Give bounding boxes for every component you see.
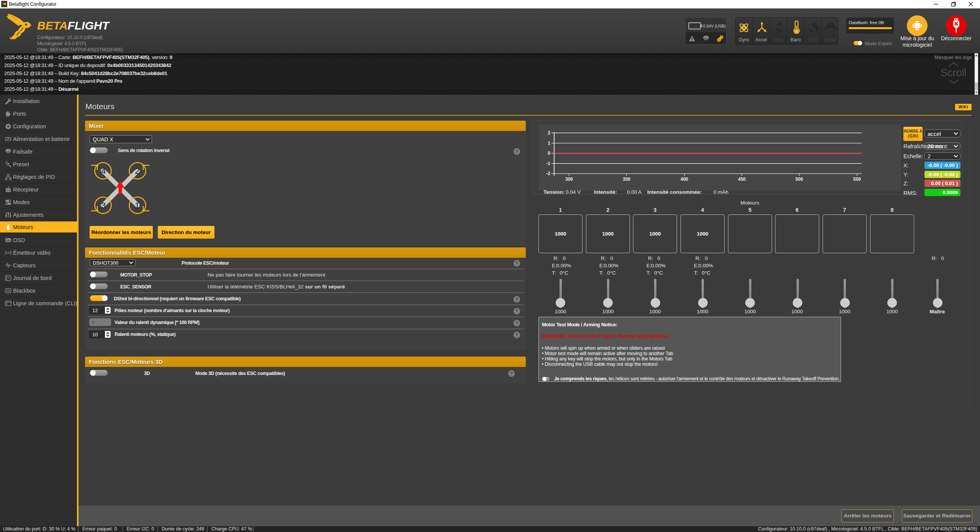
svg-text:3: 3 bbox=[101, 201, 106, 210]
svg-text:4: 4 bbox=[101, 166, 106, 176]
svg-text:300: 300 bbox=[565, 177, 573, 182]
svg-text:2: 2 bbox=[548, 130, 550, 136]
svg-text:1: 1 bbox=[135, 201, 139, 210]
svg-text:2: 2 bbox=[135, 166, 139, 176]
svg-text:350: 350 bbox=[623, 177, 630, 182]
svg-text:500: 500 bbox=[795, 177, 803, 182]
svg-text:1: 1 bbox=[548, 141, 550, 146]
svg-text:N: N bbox=[776, 26, 782, 34]
svg-text:OSD: OSD bbox=[6, 239, 11, 241]
svg-text:550: 550 bbox=[853, 177, 861, 182]
svg-text:-1: -1 bbox=[546, 161, 550, 166]
svg-text:400: 400 bbox=[681, 177, 688, 182]
svg-text:-2: -2 bbox=[546, 171, 550, 176]
svg-text:450: 450 bbox=[738, 177, 746, 182]
svg-text:0: 0 bbox=[548, 151, 550, 156]
